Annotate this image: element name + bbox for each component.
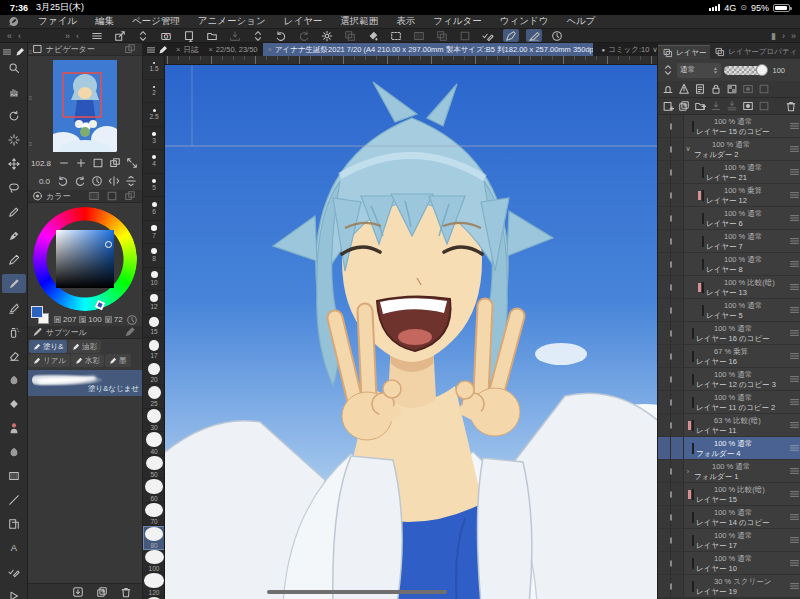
brush-size-item[interactable]: 60: [143, 479, 165, 503]
layer-thumbnail[interactable]: [692, 121, 694, 132]
fullscreen[interactable]: [123, 156, 140, 171]
brush-size-item[interactable]: 7: [143, 221, 165, 245]
menu-item[interactable]: 選択範囲: [331, 15, 387, 28]
layer-row-menu-icon[interactable]: [789, 391, 800, 413]
layer-check-cell[interactable]: [671, 391, 684, 413]
layer-panel-tab[interactable]: レイヤープロパティ: [710, 45, 800, 59]
menu-item[interactable]: アニメーション: [189, 15, 275, 28]
layer-check-cell[interactable]: [671, 414, 684, 436]
link-mask[interactable]: [756, 83, 771, 96]
layer-row-menu-icon[interactable]: [789, 345, 800, 367]
subtool-group-tab[interactable]: 水彩: [71, 354, 104, 367]
folder-caret[interactable]: [684, 299, 702, 321]
folder-caret[interactable]: [684, 161, 702, 183]
layer-row[interactable]: 63 % 比較(暗) レイヤー 11: [658, 414, 800, 437]
folder-caret[interactable]: ›: [684, 460, 692, 482]
layer-checkbox[interactable]: [670, 238, 672, 245]
reset-display[interactable]: [549, 29, 565, 42]
move-tool[interactable]: [2, 154, 26, 173]
color-wheel[interactable]: [33, 207, 137, 311]
layer-checkbox[interactable]: [670, 514, 672, 521]
layer-row-menu-icon[interactable]: [789, 276, 800, 298]
auto-select-tool[interactable]: [2, 130, 26, 149]
snap-ruler[interactable]: [480, 29, 496, 42]
timelapse-camera[interactable]: [158, 29, 174, 42]
brush-size-item[interactable]: 12: [143, 291, 165, 315]
layer-thumbnail[interactable]: [702, 305, 704, 316]
layer-check-cell[interactable]: [671, 483, 684, 505]
layer-check-cell[interactable]: [671, 207, 684, 229]
layer-thumbnail[interactable]: [702, 259, 704, 270]
folder-caret[interactable]: [684, 368, 692, 390]
clip-to-layer-below[interactable]: [660, 83, 675, 96]
draft-layer[interactable]: [692, 83, 707, 96]
layer-thumbnail[interactable]: [692, 558, 694, 569]
subtool-item[interactable]: 塗り&なじませ: [28, 370, 142, 396]
horizontal-scrollbar[interactable]: [267, 590, 447, 594]
layer-row-menu-icon[interactable]: [789, 322, 800, 344]
import-subtool[interactable]: [70, 585, 86, 598]
layer-row-menu-icon[interactable]: [789, 483, 800, 505]
watercolor-tool[interactable]: [2, 298, 26, 317]
save-options[interactable]: [250, 29, 266, 42]
layer-row-menu-icon[interactable]: [789, 506, 800, 528]
layer-thumbnail[interactable]: [702, 213, 704, 224]
close-tab-icon[interactable]: ×: [208, 45, 212, 54]
subview-tab-icon[interactable]: [122, 43, 138, 56]
figure-3d-tool[interactable]: [2, 418, 26, 437]
palette-color-button[interactable]: [661, 64, 674, 77]
layer-check-cell[interactable]: [671, 529, 684, 551]
layer-thumbnail[interactable]: [692, 512, 694, 523]
sv-cursor[interactable]: [105, 241, 112, 248]
snap-guide[interactable]: [526, 29, 542, 42]
layer-check-cell[interactable]: [671, 437, 684, 459]
rotate-right[interactable]: [71, 174, 88, 189]
layer-checkbox[interactable]: [670, 192, 672, 199]
brush-size-item[interactable]: 30: [143, 409, 165, 433]
reset-rotation[interactable]: [88, 174, 105, 189]
layer-checkbox[interactable]: [670, 307, 672, 314]
layer-row[interactable]: 30 % スクリーン レイヤー 19: [658, 575, 800, 598]
layer-thumbnail[interactable]: [692, 443, 694, 454]
layer-check-cell[interactable]: [671, 575, 684, 597]
layer-checkbox[interactable]: [670, 399, 672, 406]
layer-row-menu-icon[interactable]: [789, 253, 800, 275]
brush-size-item[interactable]: 6: [143, 197, 165, 221]
layer-row[interactable]: 100 % 通常 レイヤー 7: [658, 230, 800, 253]
visibility-toggle[interactable]: [658, 437, 671, 459]
layer-row-menu-icon[interactable]: [789, 460, 800, 482]
layer-row[interactable]: 100 % 比較(暗) レイヤー 13: [658, 276, 800, 299]
brush-size-item[interactable]: 1.5: [143, 56, 165, 80]
layer-row[interactable]: 100 % 比較(暗) レイヤー 15: [658, 483, 800, 506]
selection-tool[interactable]: [2, 178, 26, 197]
menu-item[interactable]: フィルター: [424, 15, 490, 28]
approx-color-tab-icon[interactable]: [122, 190, 138, 203]
brush-size-item[interactable]: 5: [143, 174, 165, 198]
layer-thumbnail[interactable]: [692, 397, 694, 408]
layer-row[interactable]: 100 % 通常 レイヤー 21: [658, 161, 800, 184]
layer-row[interactable]: 100 % 通常 レイヤー 17: [658, 529, 800, 552]
select-area[interactable]: [388, 29, 404, 42]
copy-subtool[interactable]: [94, 585, 110, 598]
menu-item[interactable]: 表示: [387, 15, 424, 28]
layer-check-cell[interactable]: [671, 276, 684, 298]
layer-check-cell[interactable]: [671, 230, 684, 252]
folder-caret[interactable]: [684, 506, 692, 528]
brush-size-item[interactable]: 100: [143, 550, 165, 574]
zoom-100[interactable]: [89, 156, 106, 171]
document-tab[interactable]: × アイナナ生誕祭2021 7/20 (A4 210.00 x 297.00mm…: [263, 43, 593, 56]
canvas-pane-handle[interactable]: ▮: [771, 31, 776, 41]
folder-caret[interactable]: ∨: [684, 138, 692, 160]
open-file[interactable]: [204, 29, 220, 42]
layer-row[interactable]: 100 % 通常 レイヤー 15 のコピー: [658, 115, 800, 138]
dock-expand2[interactable]: ‹: [73, 31, 82, 41]
flip-vertical[interactable]: [122, 174, 139, 189]
layer-row[interactable]: 100 % 通常 フォルダー 4: [658, 437, 800, 460]
dock-expand[interactable]: »: [62, 31, 73, 41]
layer-check-cell[interactable]: [671, 345, 684, 367]
layer-thumbnail[interactable]: [692, 374, 694, 385]
layer-check-cell[interactable]: [671, 299, 684, 321]
brush-size-item[interactable]: 25: [143, 385, 165, 409]
clip-studio-logo-icon[interactable]: [8, 16, 19, 27]
brush-size-item[interactable]: 40: [143, 432, 165, 456]
